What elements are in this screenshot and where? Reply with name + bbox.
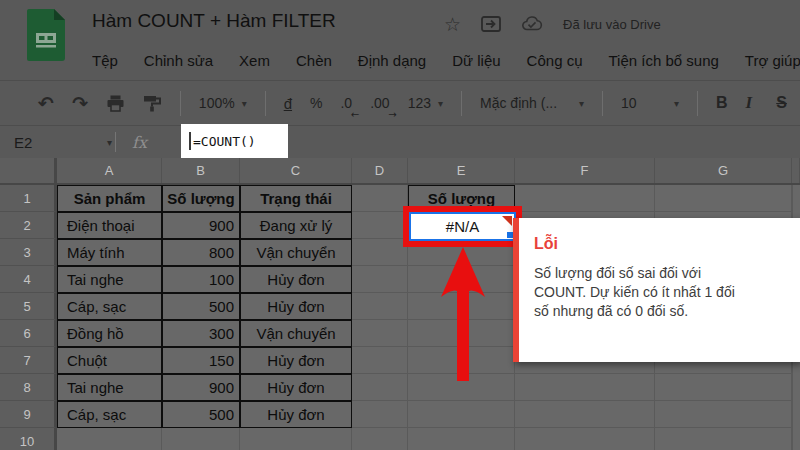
menu-data[interactable]: Dữ liệu: [452, 52, 500, 69]
cell-G10[interactable]: [655, 428, 792, 450]
menu-edit[interactable]: Chỉnh sửa: [144, 52, 213, 69]
cell-A3[interactable]: Máy tính: [57, 239, 162, 266]
cell-D7[interactable]: [352, 347, 408, 374]
column-header-B[interactable]: B: [162, 158, 240, 183]
cell-B8[interactable]: 900: [162, 374, 240, 401]
undo-icon[interactable]: ↶: [38, 94, 54, 113]
increase-decimal-button[interactable]: .00→: [370, 95, 389, 111]
cell-D3[interactable]: [352, 239, 408, 266]
cell-A5[interactable]: Cáp, sạc: [57, 293, 162, 320]
formula-input-highlight[interactable]: =COUNT(): [181, 124, 288, 158]
cell-partial[interactable]: [792, 428, 793, 450]
cell-partial[interactable]: [792, 374, 793, 401]
menu-insert[interactable]: Chèn: [296, 52, 332, 69]
cell-partial[interactable]: [792, 401, 793, 428]
cell-E9[interactable]: [408, 401, 515, 428]
redo-icon[interactable]: ↷: [72, 94, 88, 113]
cell-B9[interactable]: 500: [162, 401, 240, 428]
cell-A9[interactable]: Cáp, sạc: [57, 401, 162, 428]
cell-F9[interactable]: [515, 401, 655, 428]
row-header-6[interactable]: 6: [0, 320, 57, 347]
row-header-3[interactable]: 3: [0, 239, 57, 266]
cell-G8[interactable]: [655, 374, 792, 401]
cell-A7[interactable]: Chuột: [57, 347, 162, 374]
cell-B1[interactable]: Số lượng: [162, 185, 240, 212]
column-header-A[interactable]: A: [57, 158, 162, 183]
column-header-E[interactable]: E: [408, 158, 515, 183]
cell-C9[interactable]: Hủy đơn: [240, 401, 352, 428]
cell-B3[interactable]: 800: [162, 239, 240, 266]
row-header-10[interactable]: 10: [0, 428, 57, 450]
cell-B5[interactable]: 500: [162, 293, 240, 320]
zoom-control[interactable]: 100% ▾: [199, 95, 247, 111]
name-box[interactable]: E2 ▾: [0, 134, 112, 151]
cell-D9[interactable]: [352, 401, 408, 428]
cell-A8[interactable]: Tai nghe: [57, 374, 162, 401]
strikethrough-button[interactable]: S: [776, 94, 787, 112]
menu-format[interactable]: Định dạng: [358, 52, 426, 69]
cell-D6[interactable]: [352, 320, 408, 347]
font-family-menu[interactable]: Mặc định (... ▾: [480, 95, 584, 111]
cell-F10[interactable]: [515, 428, 655, 450]
row-header-5[interactable]: 5: [0, 293, 57, 320]
cell-D8[interactable]: [352, 374, 408, 401]
cell-B4[interactable]: 100: [162, 266, 240, 293]
cell-D4[interactable]: [352, 266, 408, 293]
column-header-D[interactable]: D: [352, 158, 408, 183]
sheets-logo-icon[interactable]: [27, 9, 65, 61]
select-all-corner[interactable]: [0, 158, 57, 183]
menu-help[interactable]: Trợ giúp: [745, 52, 800, 69]
cell-B6[interactable]: 300: [162, 320, 240, 347]
cell-A4[interactable]: Tai nghe: [57, 266, 162, 293]
document-title[interactable]: Hàm COUNT + Hàm FILTER: [92, 10, 336, 32]
font-size-menu[interactable]: 10 ▾: [621, 95, 679, 111]
cell-B10[interactable]: [162, 428, 240, 450]
cell-B7[interactable]: 150: [162, 347, 240, 374]
row-header-8[interactable]: 8: [0, 374, 57, 401]
cell-D10[interactable]: [352, 428, 408, 450]
row-header-4[interactable]: 4: [0, 266, 57, 293]
cell-A10[interactable]: [57, 428, 162, 450]
cell-partial[interactable]: [792, 185, 793, 212]
column-header-partial[interactable]: [792, 158, 800, 183]
format-currency-button[interactable]: đ: [284, 95, 292, 112]
cell-A2[interactable]: Điện thoại: [57, 212, 162, 239]
italic-button[interactable]: I: [746, 93, 753, 113]
move-to-folder-icon[interactable]: [481, 16, 501, 32]
cell-C7[interactable]: Hủy đơn: [240, 347, 352, 374]
column-header-G[interactable]: G: [655, 158, 792, 183]
cell-G9[interactable]: [655, 401, 792, 428]
cell-F8[interactable]: [515, 374, 655, 401]
cell-D5[interactable]: [352, 293, 408, 320]
cell-F1[interactable]: [515, 185, 655, 212]
bold-button[interactable]: B: [716, 94, 728, 112]
menu-view[interactable]: Xem: [239, 52, 270, 69]
cell-A1[interactable]: Sản phẩm: [57, 185, 162, 212]
decrease-decimal-button[interactable]: .0←: [340, 95, 352, 111]
cell-G1[interactable]: [655, 185, 792, 212]
row-header-7[interactable]: 7: [0, 347, 57, 374]
row-header-2[interactable]: 2: [0, 212, 57, 239]
menu-file[interactable]: Tệp: [92, 52, 118, 69]
cell-C10[interactable]: [240, 428, 352, 450]
cell-C6[interactable]: Vận chuyển: [240, 320, 352, 347]
cell-C3[interactable]: Vận chuyển: [240, 239, 352, 266]
cell-B2[interactable]: 900: [162, 212, 240, 239]
cell-A6[interactable]: Đồng hồ: [57, 320, 162, 347]
cell-C1[interactable]: Trạng thái: [240, 185, 352, 212]
row-header-1[interactable]: 1: [0, 185, 57, 212]
star-icon[interactable]: ☆: [444, 13, 461, 35]
cell-D2[interactable]: [352, 212, 408, 239]
saved-status[interactable]: Đã lưu vào Drive: [563, 17, 661, 32]
column-header-F[interactable]: F: [515, 158, 655, 183]
cell-C2[interactable]: Đang xử lý: [240, 212, 352, 239]
paint-format-icon[interactable]: [143, 94, 162, 113]
menu-tools[interactable]: Công cụ: [527, 52, 583, 69]
number-format-menu[interactable]: 123 ▾: [408, 95, 443, 111]
cell-C5[interactable]: Hủy đơn: [240, 293, 352, 320]
row-header-9[interactable]: 9: [0, 401, 57, 428]
print-icon[interactable]: [106, 94, 125, 113]
format-percent-button[interactable]: %: [310, 95, 322, 111]
cell-D1[interactable]: [352, 185, 408, 212]
cell-C4[interactable]: Hủy đơn: [240, 266, 352, 293]
